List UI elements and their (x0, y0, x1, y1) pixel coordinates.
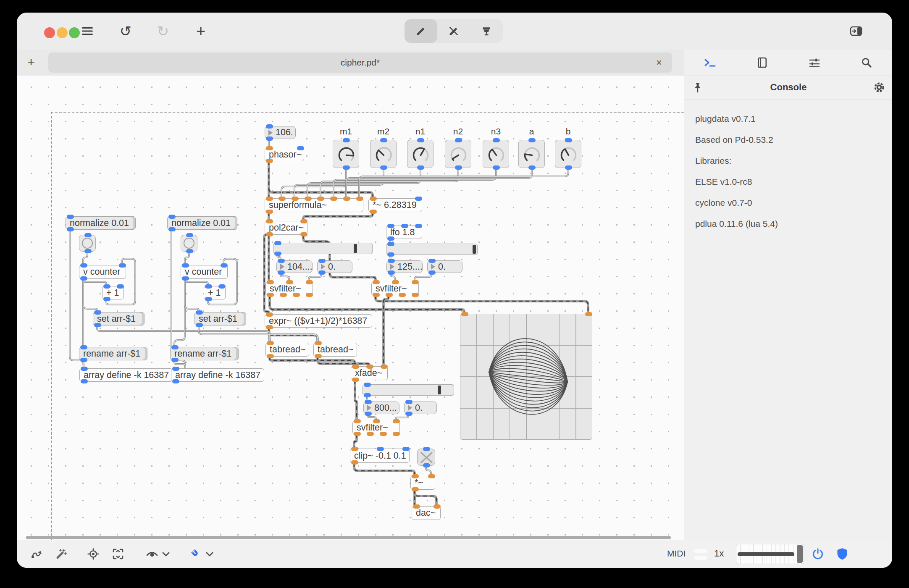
control-inlet[interactable] (565, 138, 572, 142)
control-outlet[interactable] (266, 136, 273, 141)
slider-handle[interactable] (473, 245, 476, 254)
pd-object-svfilter~[interactable]: svfilter~ (265, 282, 313, 295)
toggle-sidebar-button[interactable] (848, 23, 864, 39)
patch-cable[interactable] (415, 490, 436, 506)
undo-button[interactable]: ↺ (117, 23, 134, 39)
presentation-mode-button[interactable] (470, 19, 503, 43)
pd-object-tabread~[interactable]: tabread~ (265, 343, 309, 357)
signal-outlet[interactable] (393, 432, 400, 436)
signal-outlet[interactable] (386, 293, 393, 297)
control-inlet[interactable] (318, 259, 326, 263)
close-window-button[interactable] (44, 27, 55, 38)
signal-inlet[interactable] (266, 146, 273, 150)
pd-knob-knob-a[interactable]: a (518, 140, 545, 168)
control-inlet[interactable] (172, 367, 179, 371)
minimize-window-button[interactable] (57, 27, 68, 38)
signal-outlet[interactable] (267, 354, 274, 358)
control-inlet[interactable] (94, 310, 101, 315)
console-settings-button[interactable] (866, 81, 892, 93)
pd-number-num800[interactable]: 800... (363, 402, 399, 414)
pd-knob-knob-b[interactable]: b (555, 140, 581, 168)
snap-dropdown-button[interactable] (203, 545, 216, 563)
pd-knob-knob-m1[interactable]: m1 (333, 140, 359, 168)
control-inlet[interactable] (171, 345, 179, 349)
signal-inlet[interactable] (278, 197, 286, 201)
pd-slider-slider3[interactable] (363, 384, 454, 396)
new-object-button[interactable]: + (192, 23, 209, 39)
signal-inlet[interactable] (351, 447, 358, 451)
signal-inlet[interactable] (412, 474, 419, 478)
signal-inlet[interactable] (393, 419, 400, 423)
pd-object-xfade~[interactable]: xfade~ (351, 366, 388, 380)
close-tab-button[interactable]: × (653, 56, 665, 69)
signal-inlet[interactable] (370, 197, 377, 201)
control-inlet[interactable] (380, 138, 387, 142)
signal-outlet[interactable] (370, 210, 377, 214)
patch-cable[interactable] (376, 295, 588, 314)
signal-outlet[interactable] (354, 432, 361, 436)
connection-style-button[interactable] (28, 545, 45, 563)
control-outlet[interactable] (80, 276, 87, 281)
signal-inlet[interactable] (306, 280, 313, 284)
run-mode-button[interactable] (437, 19, 470, 43)
control-inlet[interactable] (415, 197, 422, 201)
patch-cable[interactable] (354, 463, 415, 476)
snap-to-grid-button[interactable] (187, 545, 205, 563)
signal-outlet[interactable] (267, 293, 274, 297)
control-outlet[interactable] (274, 252, 281, 256)
signal-outlet[interactable] (266, 210, 273, 214)
signal-inlet[interactable] (392, 280, 399, 284)
pd-object-v[interactable]: v counter (181, 265, 228, 279)
patch-cable[interactable] (415, 490, 436, 506)
patch-cable[interactable] (174, 279, 185, 347)
patch-cable[interactable] (185, 279, 199, 312)
control-inlet[interactable] (274, 241, 281, 245)
autopatch-button[interactable] (52, 545, 70, 563)
signal-outlet[interactable] (380, 432, 387, 436)
patch-cable[interactable] (174, 279, 185, 347)
pd-object-dac~[interactable]: dac~ (412, 506, 441, 520)
control-outlet[interactable] (205, 297, 212, 301)
tab-documentation[interactable] (736, 50, 788, 76)
control-outlet[interactable] (428, 270, 436, 275)
control-outlet[interactable] (80, 358, 87, 362)
pd-bng-bngB[interactable] (181, 235, 197, 252)
pd-object-phasor~[interactable]: phasor~ (265, 148, 304, 161)
patch-cable[interactable] (376, 295, 588, 314)
signal-inlet[interactable] (413, 504, 420, 509)
control-inlet[interactable] (417, 138, 424, 142)
control-inlet[interactable] (80, 345, 87, 349)
control-outlet[interactable] (186, 249, 193, 253)
control-outlet[interactable] (103, 297, 110, 301)
fit-to-view-button[interactable] (109, 545, 127, 563)
patch-cable[interactable] (307, 168, 420, 198)
tab-search[interactable] (841, 50, 892, 76)
signal-outlet[interactable] (266, 325, 273, 329)
control-outlet[interactable] (387, 236, 394, 241)
control-inlet[interactable] (401, 224, 408, 228)
control-inlet[interactable] (388, 259, 395, 263)
signal-inlet[interactable] (381, 365, 388, 369)
slider-handle[interactable] (354, 244, 357, 253)
signal-inlet[interactable] (433, 504, 441, 509)
signal-outlet[interactable] (352, 378, 359, 382)
pd-number-num0c[interactable]: 0. (404, 402, 437, 414)
pd-knob-knob-n3[interactable]: n3 (483, 140, 509, 168)
pd-object-v[interactable]: v counter (79, 265, 126, 279)
control-outlet[interactable] (84, 249, 92, 253)
signal-outlet[interactable] (293, 293, 300, 297)
signal-inlet[interactable] (354, 419, 361, 423)
pd-object-expr~[interactable]: expr~ (($v1+1)/2)*16387 (265, 314, 372, 328)
pin-console-button[interactable] (684, 82, 711, 93)
control-outlet[interactable] (417, 165, 424, 170)
pd-message-rename[interactable]: rename arr-$1 (170, 347, 239, 360)
signal-inlet[interactable] (266, 219, 273, 223)
control-inlet[interactable] (67, 215, 74, 219)
control-inlet[interactable] (182, 263, 189, 268)
signal-inlet[interactable] (305, 197, 312, 201)
control-inlet[interactable] (221, 263, 228, 268)
pd-object-superformula~[interactable]: superformula~ (265, 198, 363, 212)
control-inlet[interactable] (103, 284, 110, 289)
pd-object-tabread~[interactable]: tabread~ (313, 343, 357, 357)
pd-message-set[interactable]: set arr-$1 (93, 312, 144, 326)
